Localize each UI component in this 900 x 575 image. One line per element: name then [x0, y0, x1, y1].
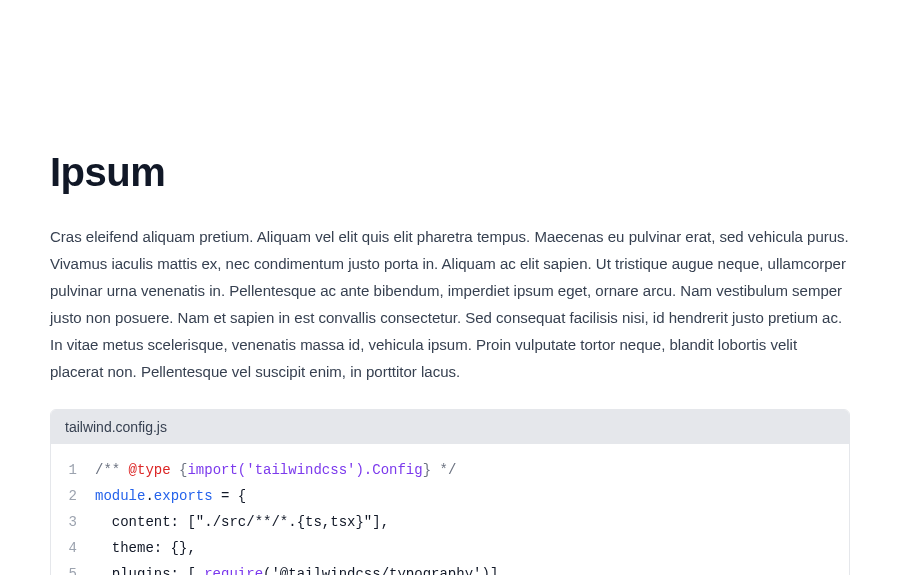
code-line: 5 plugins: [ require('@tailwindcss/typog… — [51, 562, 849, 575]
line-number: 5 — [51, 562, 95, 575]
line-number: 1 — [51, 458, 95, 484]
code-line: 1/** @type {import('tailwindcss').Config… — [51, 458, 849, 484]
code-filename: tailwind.config.js — [51, 410, 849, 444]
article-container: Ipsum Cras eleifend aliquam pretium. Ali… — [50, 120, 850, 575]
line-content: theme: {}, — [95, 536, 196, 562]
line-content: content: ["./src/**/*.{ts,tsx}"], — [95, 510, 389, 536]
code-body: 1/** @type {import('tailwindcss').Config… — [51, 444, 849, 575]
line-number: 3 — [51, 510, 95, 536]
line-content: plugins: [ require('@tailwindcss/typogra… — [95, 562, 507, 575]
line-number: 2 — [51, 484, 95, 510]
article-heading: Ipsum — [50, 150, 850, 195]
article-paragraph: Cras eleifend aliquam pretium. Aliquam v… — [50, 223, 850, 385]
code-line: 4 theme: {}, — [51, 536, 849, 562]
scroll-spacer-top — [0, 0, 900, 120]
line-content: module.exports = { — [95, 484, 246, 510]
line-content: /** @type {import('tailwindcss').Config}… — [95, 458, 456, 484]
code-line: 2module.exports = { — [51, 484, 849, 510]
code-line: 3 content: ["./src/**/*.{ts,tsx}"], — [51, 510, 849, 536]
line-number: 4 — [51, 536, 95, 562]
code-block: tailwind.config.js 1/** @type {import('t… — [50, 409, 850, 575]
